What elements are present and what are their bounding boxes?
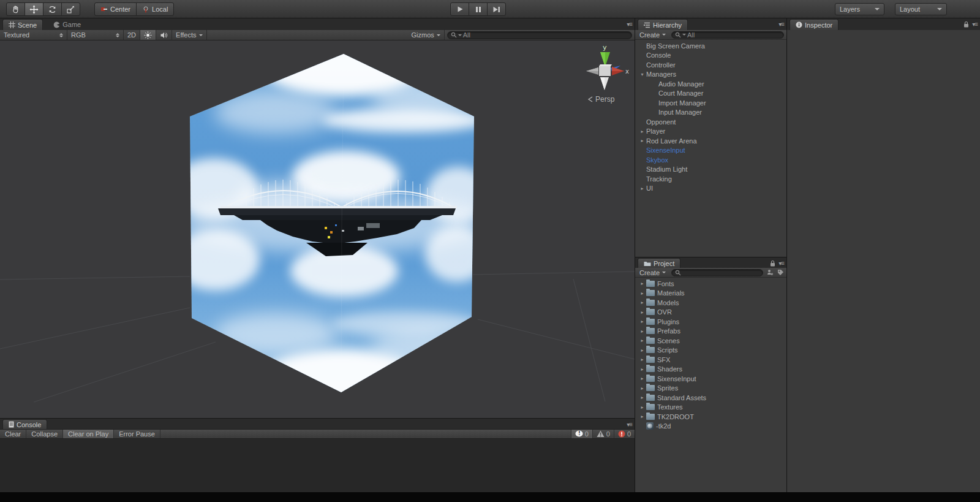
move-tool-button[interactable] — [24, 2, 43, 16]
step-button[interactable] — [487, 2, 506, 16]
play-button[interactable] — [450, 2, 469, 16]
scene-search-input[interactable]: All — [447, 31, 632, 39]
error-counter-button[interactable]: 0 — [614, 430, 635, 438]
hierarchy-item-label: Tracking — [646, 175, 672, 183]
expand-arrow-icon[interactable]: ▾ — [638, 72, 646, 77]
hierarchy-item[interactable]: ▸ UI — [635, 184, 786, 194]
expand-arrow-icon[interactable]: ▸ — [638, 405, 646, 410]
warning-counter-button[interactable]: 0 — [592, 430, 614, 438]
hierarchy-item[interactable]: Stadium Light — [635, 165, 786, 175]
hierarchy-item[interactable]: Import Manager — [635, 98, 786, 108]
expand-arrow-icon[interactable]: ▸ — [638, 386, 646, 391]
hierarchy-panel-menu[interactable]: ▾≡ — [778, 21, 784, 28]
persp-toggle[interactable]: Persp — [587, 95, 614, 104]
tab-hierarchy[interactable]: Hierarchy — [638, 19, 688, 30]
search-by-type-icon[interactable] — [767, 269, 774, 276]
gizmos-dropdown[interactable]: Gizmos — [408, 30, 445, 40]
console-action-button[interactable]: Error Pause — [114, 430, 160, 438]
search-by-label-icon[interactable] — [777, 269, 784, 276]
hierarchy-create-button[interactable]: Create — [638, 31, 668, 39]
tab-inspector[interactable]: Inspector — [790, 19, 839, 30]
project-item[interactable]: ▸ Prefabs — [635, 327, 786, 337]
expand-arrow-icon[interactable]: ▸ — [638, 300, 646, 305]
project-item[interactable]: ▸ Shaders — [635, 365, 786, 375]
project-create-button[interactable]: Create — [638, 269, 668, 276]
project-item[interactable]: ▸ Models — [635, 298, 786, 308]
project-item[interactable]: ▸ Scenes — [635, 336, 786, 346]
tab-project[interactable]: Project — [638, 258, 680, 268]
pause-button[interactable] — [469, 2, 488, 16]
pivot-center-button[interactable]: Center — [94, 2, 137, 16]
expand-arrow-icon[interactable]: ▸ — [638, 186, 646, 191]
expand-arrow-icon[interactable]: ▸ — [638, 414, 646, 419]
console-action-button[interactable]: Clear on Play — [63, 430, 114, 438]
pivot-local-button[interactable]: Local — [136, 2, 174, 16]
project-item[interactable]: ▸ Materials — [635, 289, 786, 299]
expand-arrow-icon[interactable]: ▸ — [638, 338, 646, 343]
project-item[interactable]: ▸ Standard Assets — [635, 393, 786, 403]
hierarchy-item[interactable]: Audio Manager — [635, 79, 786, 89]
layers-dropdown[interactable]: Layers — [835, 3, 884, 15]
project-panel-menu[interactable]: ▾≡ — [770, 260, 784, 267]
hierarchy-item[interactable]: ▸ Rod Laver Arena — [635, 136, 786, 146]
project-item[interactable]: ▸ SFX — [635, 355, 786, 365]
project-search-input[interactable] — [671, 269, 763, 276]
lock-icon[interactable] — [770, 260, 775, 267]
expand-arrow-icon[interactable]: ▸ — [638, 367, 646, 372]
expand-arrow-icon[interactable]: ▸ — [638, 291, 646, 296]
hierarchy-item[interactable]: Input Manager — [635, 108, 786, 118]
hierarchy-item[interactable]: Console — [635, 51, 786, 61]
render-mode-dropdown[interactable]: Textured — [0, 30, 67, 40]
tab-game[interactable]: Game — [48, 19, 86, 30]
expand-arrow-icon[interactable]: ▸ — [638, 319, 646, 324]
expand-arrow-icon[interactable]: ▸ — [638, 357, 646, 362]
rotate-tool-button[interactable] — [43, 2, 62, 16]
effects-dropdown[interactable]: Effects — [172, 30, 206, 40]
expand-arrow-icon[interactable]: ▸ — [638, 138, 646, 143]
project-item[interactable]: ▸ Sprites — [635, 384, 786, 394]
info-counter-button[interactable]: ! 0 — [571, 430, 592, 438]
project-item[interactable]: ▸ Scripts — [635, 346, 786, 356]
hierarchy-item[interactable]: SixenseInput — [635, 146, 786, 156]
audio-toggle-button[interactable] — [156, 30, 172, 40]
inspector-panel-menu[interactable]: ▾≡ — [963, 21, 978, 28]
hierarchy-search-input[interactable]: All — [671, 31, 784, 39]
hierarchy-item[interactable]: Big Screen Camera — [635, 41, 786, 51]
hierarchy-item[interactable]: Opponent — [635, 117, 786, 127]
scene-orientation-gizmo[interactable]: y x — [576, 42, 633, 110]
project-item[interactable]: ▸ Textures — [635, 403, 786, 413]
expand-arrow-icon[interactable]: ▸ — [638, 281, 646, 286]
expand-arrow-icon[interactable]: ▸ — [638, 376, 646, 381]
project-item[interactable]: ▸ SixenseInput — [635, 374, 786, 384]
layout-dropdown[interactable]: Layout — [895, 3, 947, 15]
expand-arrow-icon[interactable]: ▸ — [638, 310, 646, 315]
hierarchy-item[interactable]: Court Manager — [635, 89, 786, 99]
scale-tool-button[interactable] — [61, 2, 80, 16]
lock-icon[interactable] — [963, 21, 969, 28]
hierarchy-item[interactable]: ▾ Managers — [635, 70, 786, 80]
lighting-toggle-button[interactable] — [140, 30, 156, 40]
console-panel-menu[interactable]: ▾≡ — [627, 421, 632, 428]
tab-console[interactable]: Console — [2, 419, 47, 429]
project-item[interactable]: ▸ TK2DROOT — [635, 412, 786, 422]
project-item[interactable]: ▸ Fonts — [635, 279, 786, 289]
hierarchy-item[interactable]: ▸ Player — [635, 127, 786, 137]
expand-arrow-icon[interactable]: ▸ — [638, 329, 646, 334]
hand-tool-button[interactable] — [6, 2, 25, 16]
console-action-button[interactable]: Collapse — [26, 430, 63, 438]
project-item[interactable]: ▸ OVR — [635, 308, 786, 318]
expand-arrow-icon[interactable]: ▸ — [638, 395, 646, 400]
expand-arrow-icon[interactable]: ▸ — [638, 129, 646, 134]
scene-viewport[interactable]: y x — [0, 40, 635, 418]
channel-dropdown[interactable]: RGB — [67, 30, 124, 40]
hierarchy-item[interactable]: Controller — [635, 60, 786, 70]
scene-panel-menu[interactable]: ▾≡ — [627, 21, 632, 28]
hierarchy-item[interactable]: Tracking — [635, 174, 786, 184]
2d-toggle-button[interactable]: 2D — [124, 30, 140, 40]
expand-arrow-icon[interactable]: ▸ — [638, 348, 646, 353]
console-action-button[interactable]: Clear — [0, 430, 26, 438]
project-item[interactable]: -tk2d — [635, 422, 786, 432]
project-item[interactable]: ▸ Plugins — [635, 317, 786, 327]
tab-scene[interactable]: Scene — [2, 19, 43, 30]
hierarchy-item[interactable]: Skybox — [635, 155, 786, 165]
